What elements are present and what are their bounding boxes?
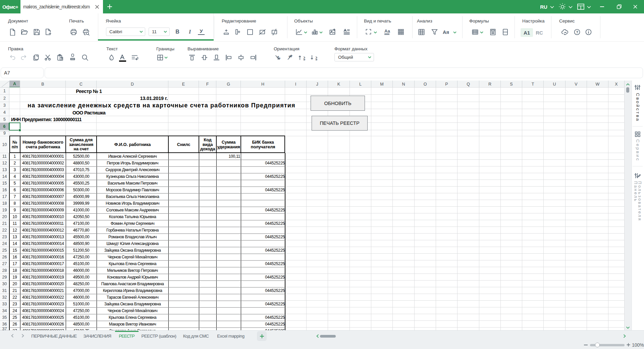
- svg-text:Aa: Aa: [315, 56, 317, 61]
- svg-text:?: ?: [576, 30, 578, 34]
- svg-text:Aa: Aa: [384, 29, 390, 34]
- svg-text:Aa: Aa: [287, 54, 293, 59]
- svg-text:Aa: Aa: [303, 56, 305, 61]
- svg-text:Aa: Aa: [276, 55, 281, 60]
